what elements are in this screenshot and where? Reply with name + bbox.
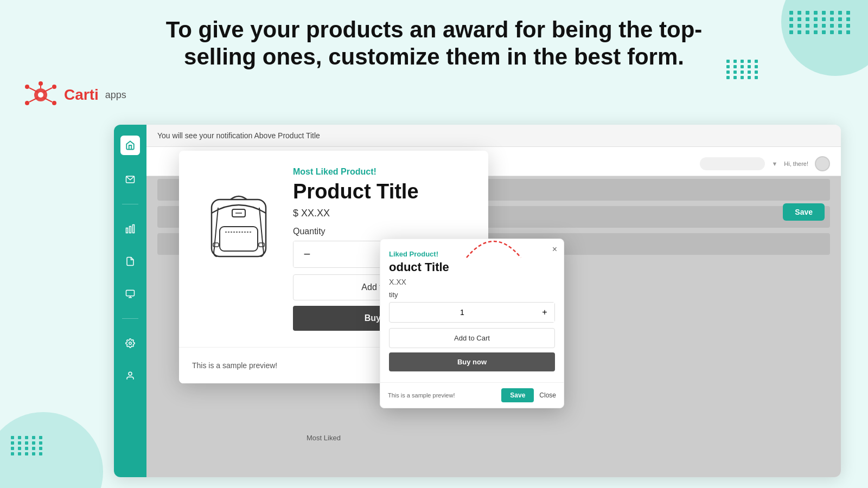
sidebar-item-settings[interactable]: [122, 335, 138, 351]
svg-rect-16: [126, 290, 135, 296]
sidebar-divider-1: [122, 204, 138, 204]
svg-rect-15: [133, 225, 135, 233]
modal-second-close-x[interactable]: ×: [552, 245, 557, 254]
second-close-button[interactable]: Close: [539, 391, 556, 399]
svg-point-3: [52, 85, 56, 89]
notification-bar: You will see your notification Above Pro…: [146, 125, 841, 147]
svg-point-1: [38, 92, 43, 98]
most-liked-badge: Most Liked Product!: [293, 167, 472, 177]
second-quantity-plus-button[interactable]: +: [535, 303, 554, 322]
topbar-greeting: Hi, there!: [784, 160, 808, 167]
sidebar-item-documents[interactable]: [122, 253, 138, 269]
sidebar-item-home[interactable]: [120, 136, 140, 155]
modal-second: × Liked Product! oduct Title X.XX tity 1…: [380, 239, 564, 408]
sidebar-divider-2: [122, 318, 138, 319]
preview-text: This is a sample preview!: [192, 361, 277, 370]
page-header: To give your products an award for being…: [0, 16, 868, 71]
svg-point-2: [25, 85, 29, 89]
app-sidebar: [114, 125, 146, 477]
second-product-price: X.XX: [389, 278, 555, 286]
second-add-to-cart-button[interactable]: Add to Cart: [389, 328, 555, 348]
topbar-search[interactable]: [700, 157, 765, 170]
dashed-arc-decoration: [461, 220, 515, 252]
quantity-minus-button[interactable]: −: [293, 241, 321, 267]
product-title: Product Title: [293, 180, 472, 203]
second-buy-now-button[interactable]: Buy now: [389, 352, 555, 371]
quantity-label: Quantity: [293, 227, 472, 236]
logo-sub: apps: [105, 89, 126, 101]
logo-area: Carti apps: [22, 76, 126, 114]
second-save-button[interactable]: Save: [501, 388, 534, 402]
logo-name: Carti: [64, 86, 99, 104]
right-save-button[interactable]: Save: [783, 203, 825, 221]
app-window: You will see your notification Above Pro…: [114, 125, 841, 477]
header-title: To give your products an award for being…: [136, 16, 732, 71]
sidebar-item-monitor[interactable]: [122, 286, 138, 302]
product-price: $ XX.XX: [293, 208, 472, 219]
svg-rect-14: [130, 227, 131, 233]
svg-point-4: [25, 101, 29, 105]
svg-point-5: [52, 101, 56, 105]
second-quantity-control: 1 +: [389, 302, 555, 323]
header-title-line1: To give your products an award for being…: [166, 17, 703, 42]
sidebar-item-profile[interactable]: [122, 368, 138, 384]
modal-second-footer: This is a sample preview! Save Close: [380, 382, 564, 408]
product-image: [195, 167, 282, 265]
second-quantity-label: tity: [389, 291, 555, 299]
svg-point-10: [39, 81, 43, 86]
topbar-avatar: [815, 156, 830, 171]
header-title-line2: selling ones, customize them in the best…: [184, 44, 684, 69]
dots-bottom-left: [11, 436, 44, 455]
sidebar-item-analytics[interactable]: [122, 221, 138, 237]
main-content-area: You will see your notification Above Pro…: [146, 125, 841, 477]
svg-point-19: [129, 342, 132, 345]
backpack-svg: [195, 167, 282, 265]
carti-logo-icon: [22, 76, 60, 114]
bottom-most-liked-label: Most Liked: [307, 434, 341, 442]
svg-point-20: [129, 372, 132, 375]
sidebar-item-mail[interactable]: [122, 171, 138, 188]
second-preview-text: This is a sample preview!: [388, 392, 455, 399]
svg-rect-13: [126, 228, 128, 233]
notification-text: You will see your notification Above Pro…: [157, 131, 320, 140]
second-quantity-value: 1: [390, 308, 535, 317]
